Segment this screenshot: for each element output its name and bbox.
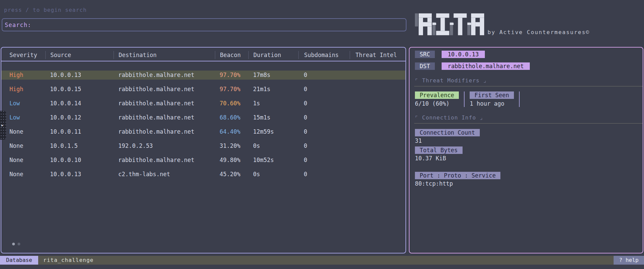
- vertical-separator: [464, 91, 465, 107]
- cell-subdomains: 0: [298, 141, 350, 151]
- cell-threat-intel: [350, 71, 405, 80]
- cell-duration: 0s: [248, 170, 298, 179]
- port-proto-service-block: Port : Proto : Service 80:tcp:http: [415, 172, 638, 187]
- pagination-dot-active: [12, 243, 15, 245]
- cell-destination: rabbithole.malhare.net: [114, 113, 215, 122]
- cell-threat-intel: [350, 113, 405, 122]
- expand-right-icon: ▶: [1, 124, 3, 127]
- prevalence-value: 6/10 (60%): [415, 100, 459, 107]
- cell-destination: rabbithole.malhare.net: [114, 71, 215, 80]
- cell-subdomains: 0: [298, 127, 350, 136]
- table-row[interactable]: None 10.0.0.10 rabbithole.malhare.net 49…: [1, 156, 405, 165]
- status-bar: Database rita_challenge ? help: [0, 256, 644, 265]
- cell-threat-intel: [350, 127, 405, 136]
- connection-count-block: Connection Count 31: [415, 129, 638, 144]
- cell-severity: Low: [1, 113, 45, 122]
- cell-beacon: 70.60%: [215, 99, 248, 108]
- first-seen-label-badge: First Seen: [470, 91, 514, 99]
- cell-source: 10.0.0.10: [45, 156, 114, 165]
- cell-source: 10.0.0.13: [45, 71, 114, 80]
- cell-duration: 12m59s: [248, 127, 298, 136]
- rita-app-window: press / to begin search Search:: [0, 0, 644, 269]
- cell-threat-intel: [350, 99, 405, 108]
- table-row[interactable]: Low 10.0.0.12 rabbithole.malhare.net 68.…: [1, 113, 405, 122]
- cell-beacon: 68.60%: [215, 113, 248, 122]
- cell-subdomains: 0: [298, 113, 350, 122]
- cell-duration: 21m1s: [248, 85, 298, 94]
- cell-threat-intel: [350, 170, 405, 179]
- cell-subdomains: 0: [298, 71, 350, 80]
- cell-source: 10.0.1.5: [45, 141, 114, 151]
- threat-modifiers-row: Prevalence 6/10 (60%) First Seen 1 hour …: [415, 91, 638, 107]
- cell-destination: 192.0.2.53: [114, 141, 215, 151]
- cell-source: 10.0.0.12: [45, 113, 114, 122]
- port-proto-service-label-badge: Port : Proto : Service: [415, 172, 500, 179]
- cell-severity: None: [1, 170, 45, 179]
- first-seen-block: First Seen 1 hour ago: [470, 91, 514, 107]
- table-row[interactable]: High 10.0.0.15 rabbithole.malhare.net 97…: [1, 85, 405, 94]
- table-row[interactable]: High 10.0.0.13 rabbithole.malhare.net 97…: [1, 71, 405, 80]
- column-header-subdomains: Subdomains: [298, 51, 350, 59]
- connection-count-value: 31: [415, 137, 638, 144]
- cell-source: 10.0.0.11: [45, 127, 114, 136]
- cell-threat-intel: [350, 141, 405, 151]
- first-seen-value: 1 hour ago: [470, 100, 514, 107]
- cell-beacon: 97.70%: [215, 85, 248, 94]
- total-bytes-block: Total Bytes 10.37 KiB: [415, 146, 638, 162]
- table-row[interactable]: None 10.0.1.5 192.0.2.53 31.20% 0s 0: [1, 141, 405, 151]
- table-body: High 10.0.0.13 rabbithole.malhare.net 97…: [1, 71, 405, 184]
- pagination-dot-inactive: [18, 243, 20, 245]
- table-row[interactable]: None 10.0.0.11 rabbithole.malhare.net 64…: [1, 127, 405, 136]
- rita-logo: [415, 12, 484, 37]
- cell-beacon: 97.70%: [215, 71, 248, 80]
- cell-severity: High: [1, 85, 45, 94]
- src-row: SRC 10.0.0.13: [415, 51, 638, 58]
- cell-severity: High: [1, 71, 45, 80]
- cell-subdomains: 0: [298, 99, 350, 108]
- src-label-badge: SRC: [415, 51, 435, 58]
- cell-beacon: 45.20%: [215, 170, 248, 179]
- cell-source: 10.0.0.15: [45, 85, 114, 94]
- cell-severity: None: [1, 156, 45, 165]
- status-bar-spacer: [94, 256, 614, 265]
- search-input[interactable]: Search:: [2, 18, 406, 31]
- dst-label-badge: DST: [415, 62, 435, 70]
- table-row[interactable]: Low 10.0.0.14 rabbithole.malhare.net 70.…: [1, 99, 405, 108]
- port-proto-service-value: 80:tcp:http: [415, 180, 638, 187]
- cell-destination: rabbithole.malhare.net: [114, 85, 215, 94]
- cell-destination: c2.thm-labs.net: [114, 170, 215, 179]
- cell-subdomains: 0: [298, 85, 350, 94]
- total-bytes-value: 10.37 KiB: [415, 155, 638, 162]
- src-value-badge: 10.0.0.13: [442, 51, 485, 58]
- cell-duration: 1s: [248, 99, 298, 108]
- cell-severity: Low: [1, 99, 45, 108]
- cell-threat-intel: [350, 85, 405, 94]
- column-header-duration: Duration: [248, 51, 298, 59]
- column-header-beacon: Beacon: [215, 51, 248, 59]
- cell-subdomains: 0: [298, 170, 350, 179]
- section-divider: [414, 86, 643, 86]
- cell-beacon: 64.40%: [215, 127, 248, 136]
- results-table-panel: Severity Source Destination Beacon Durat…: [1, 47, 406, 253]
- dst-row: DST rabbithole.malhare.net: [415, 62, 638, 70]
- database-label-badge: Database: [0, 256, 38, 265]
- database-name: rita_challenge: [43, 256, 94, 265]
- panel-resize-handle[interactable]: ▶: [0, 111, 6, 140]
- threat-modifiers-title: ⌜ Threat Modifiers ⌟: [415, 77, 638, 84]
- vertical-separator: [519, 91, 520, 107]
- help-button[interactable]: ? help: [614, 256, 644, 265]
- cell-destination: rabbithole.malhare.net: [114, 156, 215, 165]
- cell-severity: None: [1, 141, 45, 151]
- column-header-threat-intel: Threat Intel: [350, 51, 405, 59]
- cell-duration: 15m1s: [248, 113, 298, 122]
- section-divider: [414, 123, 643, 124]
- prevalence-block: Prevalence 6/10 (60%): [415, 91, 459, 107]
- connection-count-label-badge: Connection Count: [415, 129, 480, 136]
- table-row[interactable]: None 10.0.0.13 c2.thm-labs.net 45.20% 0s…: [1, 170, 405, 179]
- rita-logo-art: [415, 12, 484, 36]
- table-header-rule: [1, 61, 405, 61]
- column-header-destination: Destination: [114, 51, 215, 59]
- pagination-dots: [12, 243, 20, 245]
- cell-duration: 17m8s: [248, 71, 298, 80]
- column-header-source: Source: [45, 51, 114, 59]
